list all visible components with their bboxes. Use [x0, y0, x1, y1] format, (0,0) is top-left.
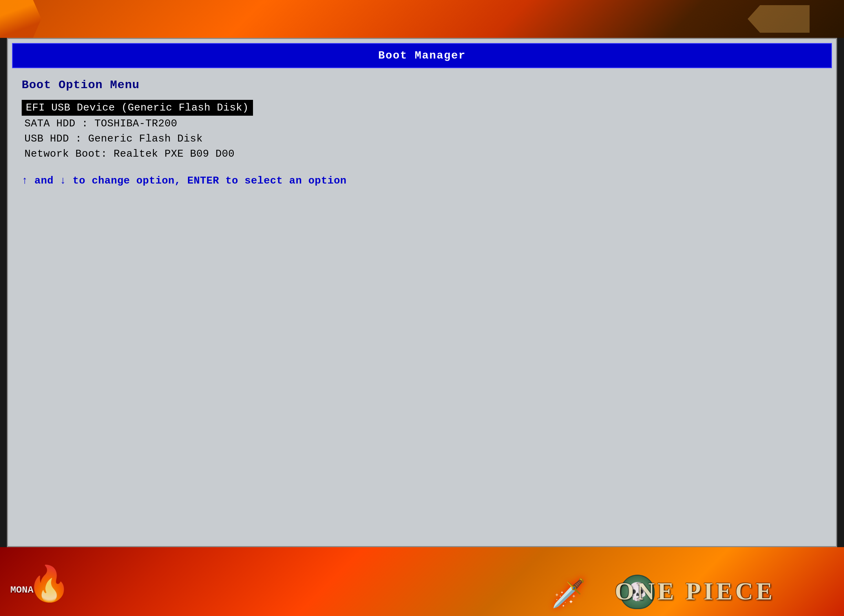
- anime-figure-left: 🔥: [28, 563, 70, 606]
- boot-option-usb-hdd[interactable]: USB HDD : Generic Flash Disk: [22, 132, 822, 146]
- boot-manager-title: Boot Manager: [378, 49, 466, 62]
- top-chevron-left: [0, 0, 41, 38]
- keyboard-instructions: ↑ and ↓ to change option, ENTER to selec…: [22, 175, 822, 186]
- one-piece-logo: ONE PIECE: [615, 577, 775, 606]
- boot-option-menu-heading: Boot Option Menu: [22, 79, 822, 92]
- top-chevron-right: [747, 5, 810, 33]
- content-area: Boot Option Menu EFI USB Device (Generic…: [8, 68, 836, 546]
- boot-options-list: EFI USB Device (Generic Flash Disk) SATA…: [22, 100, 822, 161]
- title-bar: Boot Manager: [12, 43, 832, 68]
- top-decorative-bar: [0, 0, 844, 38]
- red-figure-icon: 🗡️: [551, 577, 586, 611]
- boot-option-efi-usb[interactable]: EFI USB Device (Generic Flash Disk): [22, 100, 253, 116]
- bottom-decorative-bar: MONA 🔥 🗡️ ONE PIECE: [0, 547, 844, 616]
- boot-option-sata-hdd[interactable]: SATA HDD : TOSHIBA-TR200: [22, 116, 822, 131]
- boot-option-network-boot[interactable]: Network Boot: Realtek PXE B09 D00: [22, 147, 822, 161]
- monitor-screen: Boot Manager Boot Option Menu EFI USB De…: [7, 38, 837, 547]
